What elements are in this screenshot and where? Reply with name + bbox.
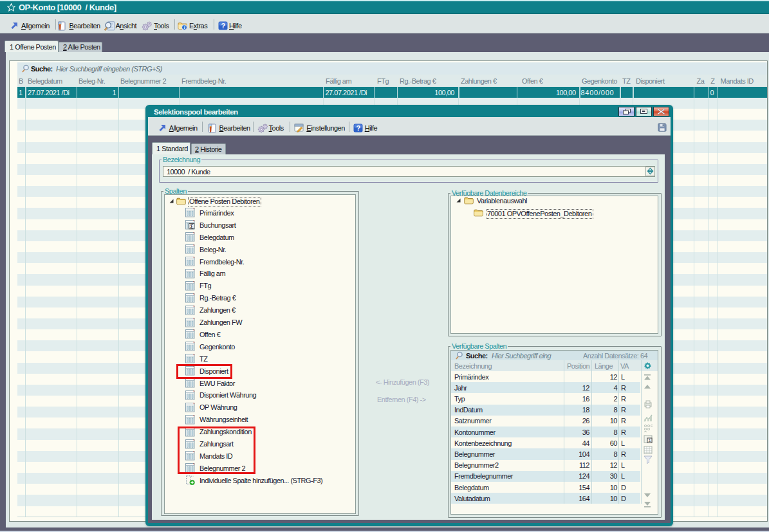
- svg-text:?: ?: [221, 22, 225, 30]
- svg-text:Σ: Σ: [190, 223, 194, 230]
- svg-text:?: ?: [356, 124, 360, 131]
